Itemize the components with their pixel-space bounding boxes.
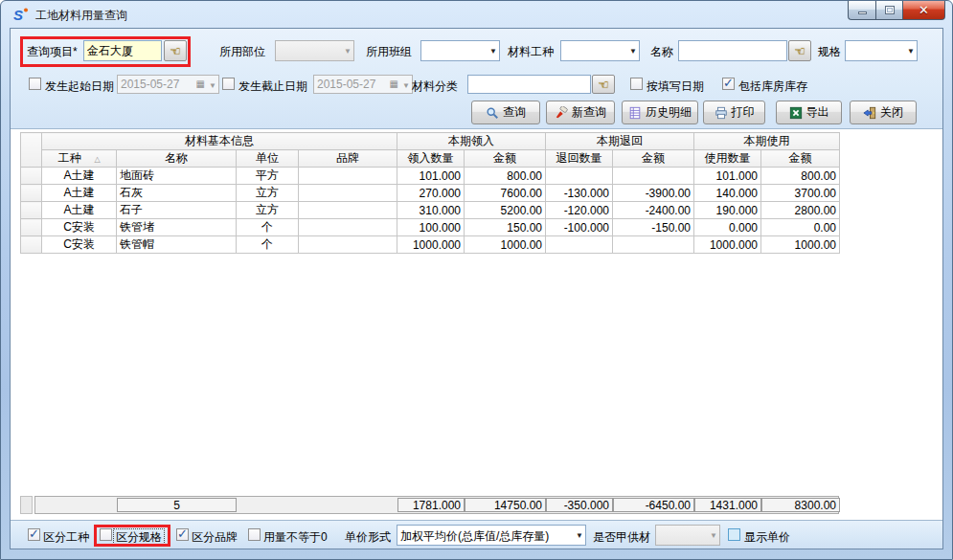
print-button[interactable]: 打印 [703, 101, 765, 124]
nonzero-usage-checkbox[interactable] [248, 528, 261, 541]
table-cell[interactable] [546, 236, 613, 254]
table-cell[interactable]: 190.000 [694, 202, 761, 219]
minimize-button[interactable] [848, 1, 875, 20]
column-header[interactable]: 工种△ [42, 150, 117, 168]
close-button[interactable]: ✕ [903, 1, 945, 20]
table-cell[interactable] [613, 236, 694, 254]
table-cell[interactable]: 铁管帽 [117, 236, 237, 254]
price-form-combo[interactable]: 加权平均价(总库值/总库存量) ▼ [397, 525, 586, 546]
table-row[interactable]: C安装铁管帽个1000.0001000.001000.0001000.00 [21, 236, 840, 254]
column-header[interactable]: 金额 [761, 150, 840, 168]
table-cell[interactable]: 1000.000 [397, 236, 465, 254]
column-header[interactable]: 使用数量 [694, 150, 761, 168]
spec-combo[interactable]: ▼ [845, 40, 918, 61]
table-cell[interactable]: 立方 [237, 185, 299, 202]
team-combo[interactable]: ▼ [420, 40, 500, 61]
table-cell[interactable]: 个 [237, 219, 299, 236]
table-cell[interactable]: 101.000 [694, 168, 761, 185]
material-category-lookup-button[interactable]: ☜ [592, 75, 615, 94]
query-button[interactable]: 查询 [471, 101, 540, 124]
table-cell[interactable]: C安装 [42, 236, 117, 254]
table-cell[interactable]: 2800.00 [761, 202, 840, 219]
table-cell[interactable]: 140.000 [694, 185, 761, 202]
table-cell[interactable]: 100.000 [397, 219, 465, 236]
row-indicator[interactable] [21, 185, 42, 202]
table-cell[interactable]: -130.000 [546, 185, 613, 202]
column-header[interactable]: 金额 [465, 150, 546, 168]
column-header[interactable]: 退回数量 [546, 150, 613, 168]
table-cell[interactable]: 5200.00 [465, 202, 546, 219]
table-cell[interactable]: -120.000 [546, 202, 613, 219]
table-cell[interactable]: 石子 [117, 202, 237, 219]
column-header[interactable]: 品牌 [299, 150, 397, 168]
table-row[interactable]: A土建石灰立方270.0007600.00-130.000-3900.00140… [21, 185, 840, 202]
row-indicator[interactable] [21, 202, 42, 219]
title-bar[interactable]: S 工地材料用量查询 ✕ [1, 1, 952, 28]
table-cell[interactable]: 0.000 [694, 219, 761, 236]
table-cell[interactable] [613, 168, 694, 185]
column-header[interactable]: 金额 [613, 150, 694, 168]
table-cell[interactable] [299, 202, 397, 219]
table-cell[interactable]: 3700.00 [761, 185, 840, 202]
by-fill-date-checkbox[interactable] [630, 78, 643, 90]
table-cell[interactable]: 1000.00 [761, 236, 840, 254]
table-cell[interactable]: 7600.00 [465, 185, 546, 202]
table-cell[interactable]: C安装 [42, 219, 117, 236]
table-cell[interactable]: -100.000 [546, 219, 613, 236]
material-category-input[interactable] [467, 75, 591, 94]
export-button[interactable]: 导出 [776, 101, 842, 124]
table-row[interactable]: C安装铁管堵个100.000150.00-100.000-150.000.000… [21, 219, 840, 236]
by-trade-checkbox[interactable] [28, 528, 40, 541]
table-cell[interactable]: 310.000 [397, 202, 465, 219]
table-cell[interactable]: -3900.00 [613, 185, 694, 202]
table-cell[interactable]: 800.00 [761, 168, 840, 185]
new-query-button[interactable]: 新查询 [546, 101, 615, 124]
table-cell[interactable]: 1000.000 [694, 236, 761, 254]
table-cell[interactable]: 石灰 [117, 185, 237, 202]
table-cell[interactable] [299, 185, 397, 202]
material-trade-combo[interactable]: ▼ [560, 40, 640, 61]
column-header[interactable]: 名称 [117, 150, 237, 168]
row-indicator[interactable] [21, 168, 42, 185]
name-input[interactable] [678, 40, 787, 61]
column-group-header: 本期退回 [546, 133, 694, 150]
table-cell[interactable] [299, 168, 397, 185]
table-cell[interactable]: A土建 [42, 202, 117, 219]
name-lookup-button[interactable]: ☜ [788, 40, 811, 61]
table-cell[interactable]: A土建 [42, 168, 117, 185]
column-header[interactable]: 单位 [237, 150, 299, 168]
table-cell[interactable] [299, 219, 397, 236]
table-cell[interactable]: 个 [237, 236, 299, 254]
include-warehouse-checkbox[interactable] [722, 78, 735, 90]
close-window-button[interactable]: 关闭 [850, 101, 917, 124]
table-cell[interactable]: -2400.00 [613, 202, 694, 219]
table-cell[interactable]: 150.00 [465, 219, 546, 236]
show-price-checkbox[interactable] [728, 528, 740, 541]
table-cell[interactable] [546, 168, 613, 185]
query-project-input[interactable] [83, 40, 162, 61]
table-cell[interactable]: 1000.00 [465, 236, 546, 254]
table-cell[interactable]: 101.000 [397, 168, 465, 185]
table-cell[interactable]: 800.00 [465, 168, 546, 185]
by-spec-checkbox[interactable] [100, 528, 112, 541]
table-cell[interactable]: 立方 [237, 202, 299, 219]
table-cell[interactable]: -150.00 [613, 219, 694, 236]
by-brand-checkbox[interactable] [176, 528, 189, 541]
query-project-lookup-button[interactable]: ☜ [164, 40, 187, 61]
start-date-checkbox[interactable] [29, 78, 41, 90]
maximize-button[interactable] [875, 1, 903, 20]
table-row[interactable]: A土建石子立方310.0005200.00-120.000-2400.00190… [21, 202, 840, 219]
column-header[interactable]: 领入数量 [397, 150, 465, 168]
table-cell[interactable]: 平方 [237, 168, 299, 185]
history-detail-button[interactable]: 历史明细 [622, 101, 698, 124]
row-indicator[interactable] [21, 219, 42, 236]
table-cell[interactable]: 270.000 [397, 185, 465, 202]
table-cell[interactable]: 0.00 [761, 219, 840, 236]
table-cell[interactable] [299, 236, 397, 254]
table-cell[interactable]: A土建 [42, 185, 117, 202]
table-cell[interactable]: 铁管堵 [117, 219, 237, 236]
table-row[interactable]: A土建地面砖平方101.000800.00101.000800.00 [21, 168, 840, 185]
table-cell[interactable]: 地面砖 [117, 168, 237, 185]
end-date-checkbox[interactable] [222, 78, 235, 90]
row-indicator[interactable] [21, 236, 42, 254]
